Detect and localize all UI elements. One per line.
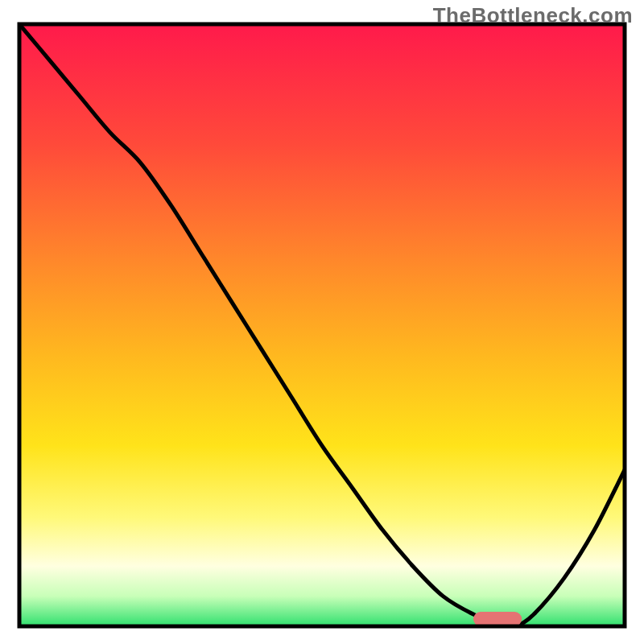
bottleneck-chart [0,0,644,644]
background-gradient [19,24,625,626]
attribution-text: TheBottleneck.com [433,3,633,28]
sweet-spot-marker [473,612,522,626]
chart-canvas: { "attribution": "TheBottleneck.com", "c… [0,0,644,644]
